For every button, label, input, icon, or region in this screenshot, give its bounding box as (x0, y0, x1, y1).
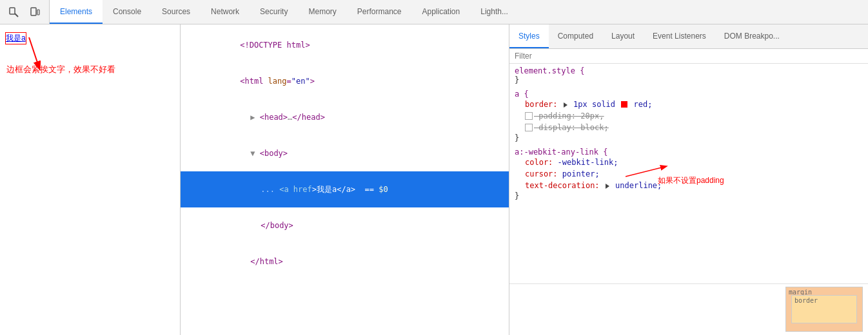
prop-checkbox-display[interactable] (525, 124, 533, 131)
tab-elements[interactable]: Elements (50, 0, 103, 24)
tab-security[interactable]: Security (250, 0, 298, 24)
dom-tree[interactable]: <!DOCTYPE html> <html lang="en"> ▶ <head… (181, 24, 509, 335)
annotation-text: 边框会紧挨文字，效果不好看 (6, 63, 115, 77)
sub-tab-event-listeners[interactable]: Event Listeners (644, 24, 715, 48)
style-close-brace-a: } (515, 133, 863, 142)
filter-bar (509, 49, 868, 64)
sub-tab-dom-breakpoints[interactable]: DOM Breakpo... (715, 24, 789, 48)
box-margin: margin border (785, 287, 863, 332)
svg-rect-0 (10, 8, 15, 14)
style-prop-color: color: -webkit-link; (515, 157, 863, 168)
device-icon[interactable] (26, 3, 44, 21)
style-prop-border: border: 1px solid red; (515, 99, 863, 110)
page-preview: 我是a 边框会紧挨文字，效果不好看 (0, 24, 181, 335)
prop-checkbox-padding[interactable] (525, 112, 533, 120)
style-close-brace: } (515, 75, 863, 84)
dom-line[interactable]: </body> (181, 207, 509, 244)
svg-line-1 (15, 14, 18, 17)
sub-tab-layout[interactable]: Layout (602, 24, 644, 48)
devtools-nav-bar: Elements Console Sources Network Securit… (0, 0, 868, 24)
style-close-brace-webkit: } (515, 191, 863, 200)
svg-rect-2 (31, 8, 36, 15)
nav-icon-group (0, 0, 50, 24)
tab-console[interactable]: Console (103, 0, 152, 24)
style-prop-cursor: cursor: pointer; (515, 168, 863, 180)
text-decoration-triangle-icon[interactable] (606, 184, 609, 189)
box-border: border (791, 295, 857, 323)
style-prop-padding: padding: 20px, (515, 110, 863, 122)
dom-line[interactable]: <html lang="en"> (181, 63, 509, 99)
sub-tab-styles[interactable]: Styles (509, 24, 549, 48)
dom-line[interactable]: ▼ <body> (181, 135, 509, 171)
dom-line[interactable]: ▶ <head>…</head> (181, 99, 509, 135)
dom-panel: <!DOCTYPE html> <html lang="en"> ▶ <head… (181, 24, 509, 335)
tab-network[interactable]: Network (201, 0, 250, 24)
tab-lighthouse[interactable]: Lighth... (470, 0, 518, 24)
styles-wrapper: element.style { } a { border: (509, 64, 868, 335)
tab-performance[interactable]: Performance (347, 0, 412, 24)
inspect-icon[interactable] (5, 3, 23, 21)
dom-line-selected[interactable]: ... <a href>我是a</a> == $0 (181, 171, 509, 207)
border-triangle-icon[interactable] (564, 102, 567, 108)
sub-tab-computed[interactable]: Computed (549, 24, 602, 48)
style-prop-display: display: block; (515, 122, 863, 133)
box-border-label: border (794, 297, 818, 304)
sub-tabs-bar: Styles Computed Layout Event Listeners D… (509, 24, 868, 49)
svg-rect-3 (37, 10, 39, 15)
dom-line[interactable]: <!DOCTYPE html> (181, 27, 509, 63)
style-selector-a: a { (515, 90, 863, 99)
nav-tabs: Elements Console Sources Network Securit… (50, 0, 868, 24)
style-block-element: element.style { } (515, 66, 863, 84)
style-selector-webkit: a:-webkit-any-link { (515, 148, 863, 157)
dom-line[interactable]: </html> (181, 244, 509, 280)
box-model: margin border (785, 287, 863, 332)
style-prop-text-decoration: text-decoration: underline; (515, 180, 863, 191)
styles-content: element.style { } a { border: (509, 64, 868, 283)
filter-input[interactable] (515, 52, 863, 61)
tab-memory[interactable]: Memory (298, 0, 346, 24)
style-selector: element.style { (515, 66, 863, 75)
content-area: 我是a 边框会紧挨文字，效果不好看 <!DOCTYPE html> (0, 24, 868, 335)
box-model-area: margin border (509, 283, 868, 335)
tab-sources[interactable]: Sources (152, 0, 201, 24)
color-swatch-red[interactable] (621, 101, 627, 108)
style-block-a: a { border: 1px solid red; (515, 90, 863, 142)
page-link[interactable]: 我是a (5, 32, 26, 44)
svg-line-4 (29, 37, 39, 66)
style-block-webkit: a:-webkit-any-link { color: -webkit-link… (515, 148, 863, 200)
tab-application[interactable]: Application (412, 0, 471, 24)
styles-panel: Styles Computed Layout Event Listeners D… (509, 24, 868, 335)
